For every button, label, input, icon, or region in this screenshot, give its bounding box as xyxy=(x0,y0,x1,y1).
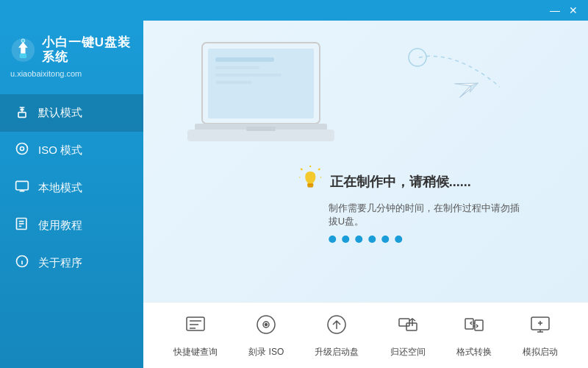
svg-point-25 xyxy=(409,49,426,66)
svg-point-2 xyxy=(21,39,25,43)
svg-rect-24 xyxy=(246,127,276,131)
svg-rect-19 xyxy=(215,66,259,69)
tool-label-shortcut: 快捷键查询 xyxy=(173,346,218,358)
dot-4 xyxy=(368,236,376,243)
tool-simulate-boot[interactable]: 模拟启动 xyxy=(515,308,565,363)
svg-rect-18 xyxy=(215,57,274,62)
status-row: 正在制作中，请稍候...... xyxy=(299,166,471,197)
dot-3 xyxy=(355,236,362,243)
laptop-illustration xyxy=(187,35,349,171)
tool-format-convert[interactable]: 格式转换 xyxy=(449,308,499,363)
svg-marker-26 xyxy=(454,77,480,98)
app-logo xyxy=(10,34,36,66)
nav-items: 默认模式 ISO 模式 xyxy=(0,94,143,368)
svg-rect-47 xyxy=(465,319,473,329)
tool-label-format-convert: 格式转换 xyxy=(456,346,492,358)
app-url: u.xiaobaixitong.com xyxy=(10,69,82,78)
svg-rect-23 xyxy=(187,130,334,141)
tool-shortcut-query[interactable]: 快捷键查询 xyxy=(166,308,225,363)
status-sub-text: 制作需要几分钟的时间，在制作过程中请勿插拔U盘。 xyxy=(329,202,522,228)
svg-rect-1 xyxy=(20,54,26,58)
app-body: 小白一键U盘装系统 u.xiaobaixitong.com 默认模式 xyxy=(0,21,588,368)
svg-rect-44 xyxy=(399,319,409,326)
sidebar-label-default-mode: 默认模式 xyxy=(38,106,82,120)
usb-icon xyxy=(15,104,29,122)
disc-burn-icon xyxy=(254,313,278,342)
svg-line-29 xyxy=(318,169,320,170)
content-area: 正在制作中，请稍候...... 制作需要几分钟的时间，在制作过程中请勿插拔U盘。 xyxy=(143,21,588,368)
sidebar-label-tutorial: 使用教程 xyxy=(38,219,82,233)
progress-dots xyxy=(329,236,402,243)
tool-label-upgrade-boot: 升级启动盘 xyxy=(315,346,359,358)
title-bar: — ✕ xyxy=(0,0,588,21)
sidebar-header: 小白一键U盘装系统 u.xiaobaixitong.com xyxy=(0,21,143,88)
dot-6 xyxy=(395,236,402,243)
svg-rect-48 xyxy=(475,320,483,330)
tool-label-simulate-boot: 模拟启动 xyxy=(523,346,558,358)
svg-line-30 xyxy=(301,169,302,170)
simulate-icon xyxy=(528,313,552,342)
paper-plane-illustration xyxy=(397,43,529,149)
restore-icon xyxy=(396,313,420,342)
svg-rect-21 xyxy=(215,81,252,84)
dot-2 xyxy=(342,236,349,243)
dot-5 xyxy=(381,236,389,243)
svg-rect-3 xyxy=(18,113,26,118)
svg-rect-6 xyxy=(16,181,29,190)
lightbulb-icon xyxy=(299,166,321,197)
sidebar: 小白一键U盘装系统 u.xiaobaixitong.com 默认模式 xyxy=(0,21,143,368)
sidebar-label-iso-mode: ISO 模式 xyxy=(38,144,82,158)
tool-burn-iso[interactable]: 刻录 ISO xyxy=(241,308,291,363)
sidebar-item-iso-mode[interactable]: ISO 模式 xyxy=(0,132,143,169)
app-title: 小白一键U盘装系统 xyxy=(42,35,133,66)
format-icon xyxy=(462,313,486,342)
sidebar-item-local-mode[interactable]: 本地模式 xyxy=(0,169,143,207)
tool-upgrade-boot[interactable]: 升级启动盘 xyxy=(307,308,366,363)
tool-label-burn-iso: 刻录 ISO xyxy=(248,346,284,358)
disc-icon xyxy=(15,141,29,160)
svg-rect-45 xyxy=(406,323,417,330)
minimize-button[interactable]: — xyxy=(545,3,564,18)
monitor-icon-nav xyxy=(15,179,29,197)
tool-label-restore-space: 归还空间 xyxy=(390,346,426,358)
svg-rect-20 xyxy=(215,74,282,77)
toolbar: 快捷键查询 刻录 ISO xyxy=(143,302,588,368)
status-area: 正在制作中，请稍候...... 制作需要几分钟的时间，在制作过程中请勿插拔U盘。 xyxy=(299,166,522,243)
close-button[interactable]: ✕ xyxy=(564,3,582,18)
sidebar-item-about[interactable]: 关于程序 xyxy=(0,244,143,282)
upgrade-icon xyxy=(325,313,348,342)
sidebar-item-tutorial[interactable]: 使用教程 xyxy=(0,207,143,244)
logo-row: 小白一键U盘装系统 xyxy=(10,34,133,66)
illustration-area: 正在制作中，请稍候...... 制作需要几分钟的时间，在制作过程中请勿插拔U盘。 xyxy=(143,21,588,302)
svg-point-4 xyxy=(17,144,28,155)
tool-restore-space[interactable]: 归还空间 xyxy=(383,308,433,363)
book-icon xyxy=(15,216,29,235)
svg-point-42 xyxy=(265,323,268,325)
sidebar-item-default-mode[interactable]: 默认模式 xyxy=(0,94,143,132)
status-main-text: 正在制作中，请稍候...... xyxy=(330,173,471,191)
dot-1 xyxy=(329,236,336,243)
shortcut-icon xyxy=(184,313,207,342)
sidebar-label-local-mode: 本地模式 xyxy=(38,181,82,195)
info-icon xyxy=(15,254,29,272)
svg-point-5 xyxy=(21,147,24,151)
sidebar-label-about: 关于程序 xyxy=(38,256,82,270)
